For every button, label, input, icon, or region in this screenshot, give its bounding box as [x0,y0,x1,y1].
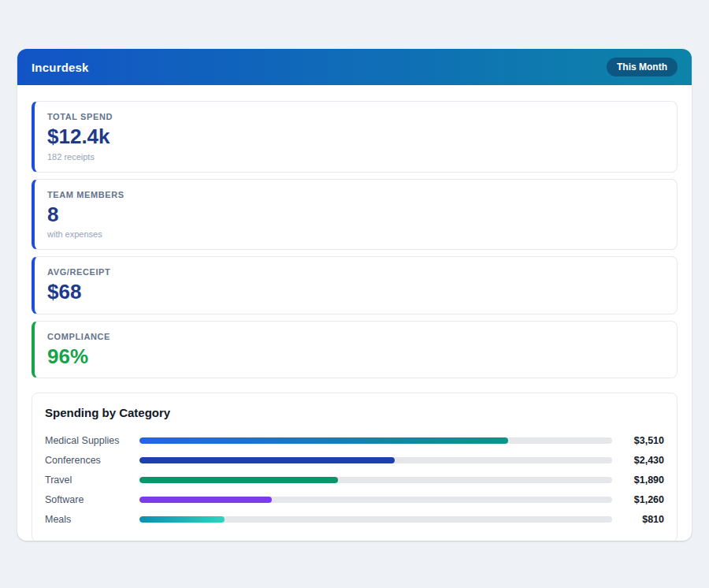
category-bar-track [139,437,612,444]
stat-subtext: with expenses [47,229,664,239]
category-value: $810 [612,514,664,525]
stat-card-total-spend: TOTAL SPEND $12.4k 182 receipts [32,101,677,173]
stat-value: 96% [47,345,664,368]
category-label: Conferences [45,455,139,466]
stat-value: $12.4k [47,125,664,148]
category-value: $1,890 [612,474,664,486]
category-bar-fill [139,457,395,463]
dashboard-card: Incurdesk This Month TOTAL SPEND $12.4k … [17,49,692,541]
category-label: Medical Supplies [45,435,139,446]
category-label: Travel [45,474,139,486]
period-badge[interactable]: This Month [607,58,677,76]
category-row: Meals $810 [45,509,664,529]
category-bar-track [139,457,612,463]
app-header: Incurdesk This Month [17,49,692,85]
category-value: $2,430 [612,455,664,466]
stat-label: TEAM MEMBERS [47,190,664,199]
stat-card-avg-receipt: AVG/RECEIPT $68 [32,256,677,314]
category-row: Conferences $2,430 [45,450,664,470]
category-bar-track [139,497,612,503]
stat-card-team-members: TEAM MEMBERS 8 with expenses [32,179,677,251]
category-bar-fill [139,437,508,444]
category-row: Medical Supplies $3,510 [45,430,664,450]
chart-title: Spending by Category [45,406,664,419]
stats-list: TOTAL SPEND $12.4k 182 receipts TEAM MEM… [32,101,677,378]
stat-value: $68 [47,281,664,303]
category-bar-fill [139,497,272,503]
category-bar-track [139,477,612,483]
category-value: $3,510 [612,435,664,446]
category-row: Software $1,260 [45,489,664,509]
category-bar-chart: Medical Supplies $3,510 Conferences $2,4… [45,430,664,529]
app-title: Incurdesk [32,61,89,74]
stat-label: COMPLIANCE [47,332,664,341]
stat-label: TOTAL SPEND [47,112,664,121]
stat-card-compliance: COMPLIANCE 96% [32,321,677,379]
category-bar-track [139,516,612,523]
stat-subtext: 182 receipts [47,152,664,162]
category-row: Travel $1,890 [45,470,664,489]
category-label: Meals [45,514,139,525]
category-label: Software [45,494,139,505]
stat-label: AVG/RECEIPT [47,267,664,277]
dashboard-content: TOTAL SPEND $12.4k 182 receipts TEAM MEM… [17,85,692,541]
stat-value: 8 [47,203,664,226]
page-background: { "header": { "app_title": "Incurdesk", … [0,0,709,588]
category-bar-fill [139,516,225,523]
category-value: $1,260 [612,494,664,505]
category-bar-fill [139,477,338,483]
spending-by-category-card: Spending by Category Medical Supplies $3… [32,393,677,541]
